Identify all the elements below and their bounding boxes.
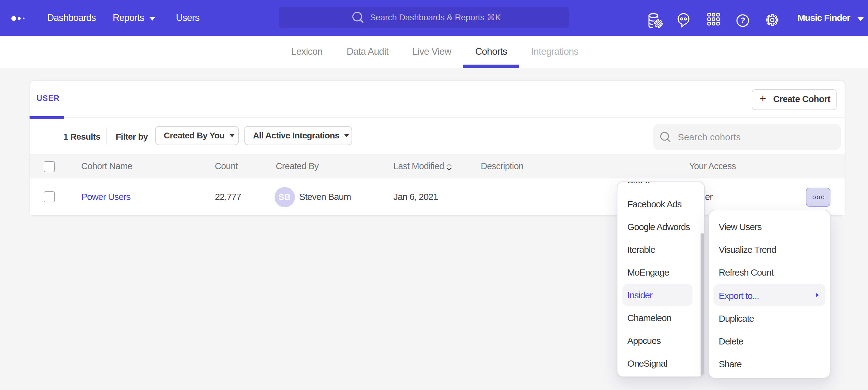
svg-text:?: ? [740,16,745,25]
